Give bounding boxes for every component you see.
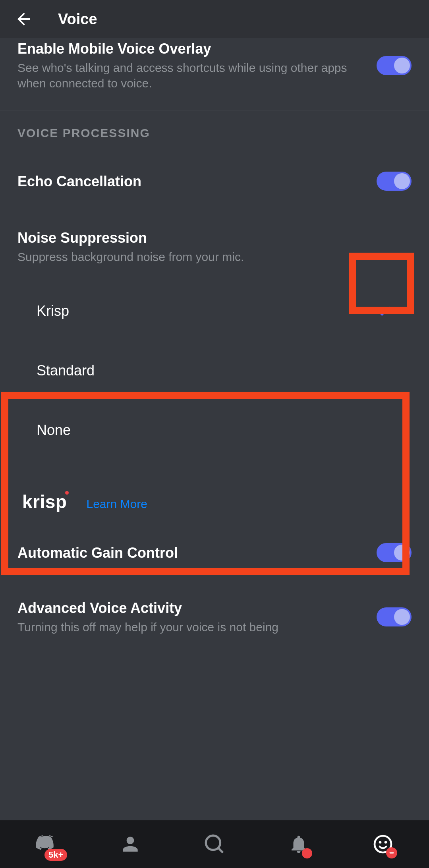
noise-option-label: None [37,422,71,439]
overlay-title: Enable Mobile Voice Overlay [17,40,367,58]
nav-tab-friends[interactable] [110,824,150,864]
section-header-voice-processing: VOICE PROCESSING [0,110,429,145]
agc-title: Automatic Gain Control [17,544,367,562]
advanced-desc: Turning this off may help if your voice … [17,619,367,635]
krisp-branding-row: krisp Learn More [0,473,429,515]
agc-toggle[interactable] [377,543,412,562]
nav-tab-profile[interactable] [363,824,403,864]
krisp-logo: krisp [22,493,70,511]
content-scroll[interactable]: Enable Mobile Voice Overlay See who's ta… [0,38,429,635]
setting-row-noise-suppression: Noise Suppression Suppress background no… [0,217,429,269]
noise-option-label: Krisp [37,303,69,319]
noise-option-standard[interactable]: Standard [0,341,429,400]
noise-suppression-options: Krisp Standard None [0,269,429,473]
krisp-learn-more-link[interactable]: Learn More [86,497,147,511]
search-icon [203,833,226,856]
nav-tab-notifications[interactable] [279,824,319,864]
noise-option-none[interactable]: None [0,400,429,460]
svg-point-1 [379,841,382,844]
noise-option-krisp[interactable]: Krisp [0,281,429,341]
svg-rect-3 [389,853,394,854]
advanced-title: Advanced Voice Activity [17,599,367,617]
nav-profile-status-dnd-icon [386,847,397,858]
noise-desc: Suppress background noise from your mic. [17,249,412,265]
overlay-desc: See who's talking and access shortcuts w… [17,60,367,91]
echo-toggle[interactable] [377,172,412,191]
back-button[interactable] [12,7,36,31]
setting-row-echo-cancellation[interactable]: Echo Cancellation [0,145,429,217]
svg-point-2 [385,841,387,844]
page-title: Voice [58,11,97,28]
overlay-toggle[interactable] [377,56,412,75]
setting-row-automatic-gain-control[interactable]: Automatic Gain Control [0,515,429,590]
advanced-toggle[interactable] [377,607,412,626]
setting-row-advanced-voice-activity[interactable]: Advanced Voice Activity Turning this off… [0,590,429,635]
setting-row-mobile-voice-overlay[interactable]: Enable Mobile Voice Overlay See who's ta… [0,38,429,110]
krisp-logo-text: krisp [22,491,67,512]
check-icon [376,303,392,319]
nav-home-badge: 5k+ [44,849,67,861]
nav-notifications-dot [302,848,312,858]
nav-tab-search[interactable] [195,824,234,864]
header: Voice [0,0,429,38]
noise-title: Noise Suppression [17,229,412,247]
bottom-nav: 5k+ [0,820,429,868]
nav-tab-home[interactable]: 5k+ [26,824,66,864]
echo-title: Echo Cancellation [17,172,367,190]
krisp-logo-dot-icon [65,491,69,495]
arrow-left-icon [14,10,33,29]
noise-option-label: Standard [37,362,95,379]
friends-icon [119,833,141,855]
